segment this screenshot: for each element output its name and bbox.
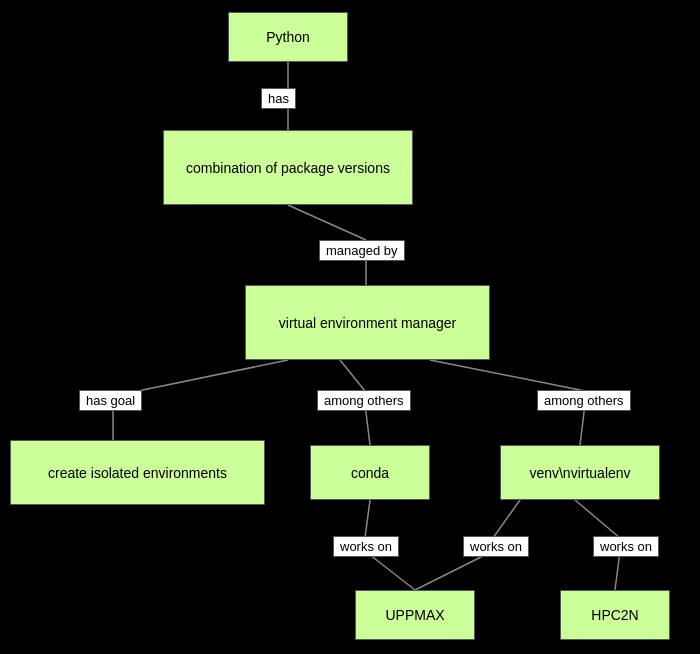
combo-label: combination of package versions xyxy=(186,160,390,176)
diagram-container: Python combination of package versions v… xyxy=(0,0,700,654)
works-on-3-label: works on xyxy=(593,536,659,557)
svg-line-12 xyxy=(493,500,520,538)
venv-label: venv\nvirtualenv xyxy=(529,465,630,481)
among-others-1-label: among others xyxy=(317,390,411,411)
svg-line-6 xyxy=(340,360,365,391)
hpc2n-node: HPC2N xyxy=(560,590,670,640)
venv-node: venv\nvirtualenv xyxy=(500,445,660,500)
has-goal-label: has goal xyxy=(79,390,142,411)
conda-label: conda xyxy=(351,465,389,481)
managed-by-label: managed by xyxy=(319,240,405,261)
works-on-1-label: works on xyxy=(333,536,399,557)
python-label: Python xyxy=(266,29,310,45)
has-label: has xyxy=(261,88,296,109)
create-isolated-label: create isolated environments xyxy=(48,465,227,481)
create-isolated-node: create isolated environments xyxy=(10,440,265,505)
svg-line-4 xyxy=(138,360,288,391)
svg-line-2 xyxy=(288,205,366,240)
svg-line-13 xyxy=(575,500,620,538)
conda-node: conda xyxy=(310,445,430,500)
venv-manager-node: virtual environment manager xyxy=(245,285,490,360)
uppmax-node: UPPMAX xyxy=(355,590,475,640)
python-node: Python xyxy=(228,12,348,62)
venv-manager-label: virtual environment manager xyxy=(279,315,456,331)
hpc2n-label: HPC2N xyxy=(591,607,638,623)
svg-line-10 xyxy=(365,500,370,538)
svg-line-8 xyxy=(430,360,585,391)
among-others-2-label: among others xyxy=(537,390,631,411)
uppmax-label: UPPMAX xyxy=(385,607,444,623)
combo-node: combination of package versions xyxy=(163,130,413,205)
works-on-2-label: works on xyxy=(463,536,529,557)
